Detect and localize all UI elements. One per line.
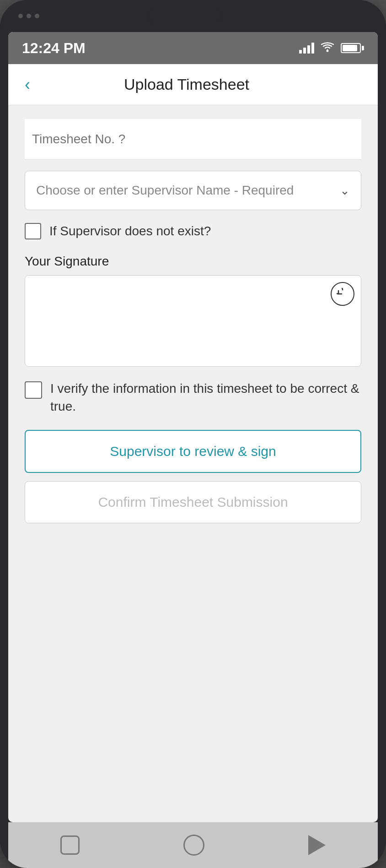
supervisor-not-exist-label: If Supervisor does not exist? [49, 224, 211, 239]
timesheet-number-input[interactable] [25, 119, 361, 159]
status-bar: 12:24 PM [8, 32, 378, 64]
battery-icon [341, 43, 364, 53]
signature-box[interactable] [25, 275, 361, 367]
signal-bar-4 [311, 43, 314, 54]
supervisor-dropdown-label: Choose or enter Supervisor Name - Requir… [36, 183, 294, 198]
phone-top-bar [0, 0, 386, 32]
svg-point-0 [327, 50, 329, 52]
wifi-icon [321, 42, 334, 54]
phone-dot-3 [35, 14, 39, 18]
status-time: 12:24 PM [22, 40, 86, 57]
chevron-down-icon: ⌄ [340, 184, 350, 198]
supervisor-checkbox-row: If Supervisor does not exist? [25, 223, 361, 239]
phone-shell: 12:24 PM [0, 0, 386, 868]
back-nav-button[interactable] [308, 835, 326, 855]
timesheet-input-wrap [25, 119, 361, 160]
confirm-submission-button: Confirm Timesheet Submission [25, 481, 361, 523]
signature-section-label: Your Signature [25, 254, 361, 269]
content-area: Choose or enter Supervisor Name - Requir… [8, 105, 378, 545]
battery-fill [343, 45, 357, 51]
signal-icon [299, 43, 314, 54]
phone-notch [149, 10, 222, 22]
undo-signature-button[interactable] [331, 282, 354, 306]
supervisor-review-button[interactable]: Supervisor to review & sign [25, 430, 361, 473]
triangle-icon [308, 835, 326, 855]
bottom-nav [8, 822, 378, 868]
square-icon [60, 835, 80, 855]
page-title: Upload Timesheet [30, 76, 343, 93]
signal-bar-2 [303, 48, 306, 54]
verify-checkbox-row: I verify the information in this timeshe… [25, 380, 361, 415]
phone-dots [18, 14, 39, 18]
supervisor-dropdown[interactable]: Choose or enter Supervisor Name - Requir… [25, 171, 361, 210]
signal-bar-3 [307, 45, 310, 54]
phone-dot-2 [27, 14, 31, 18]
nav-bar: ‹ Upload Timesheet [8, 64, 378, 105]
circle-icon [183, 835, 204, 856]
supervisor-not-exist-checkbox[interactable] [25, 223, 41, 239]
home-button[interactable] [60, 835, 80, 855]
battery-body [341, 43, 361, 53]
back-button[interactable]: ‹ [25, 76, 30, 93]
verify-checkbox[interactable] [25, 381, 42, 399]
phone-dot [18, 14, 23, 18]
signal-bar-1 [299, 50, 302, 54]
verify-label: I verify the information in this timeshe… [50, 380, 361, 415]
phone-screen: 12:24 PM [8, 32, 378, 822]
status-icons [299, 42, 364, 54]
recents-button[interactable] [183, 835, 204, 856]
battery-tip [362, 46, 364, 50]
